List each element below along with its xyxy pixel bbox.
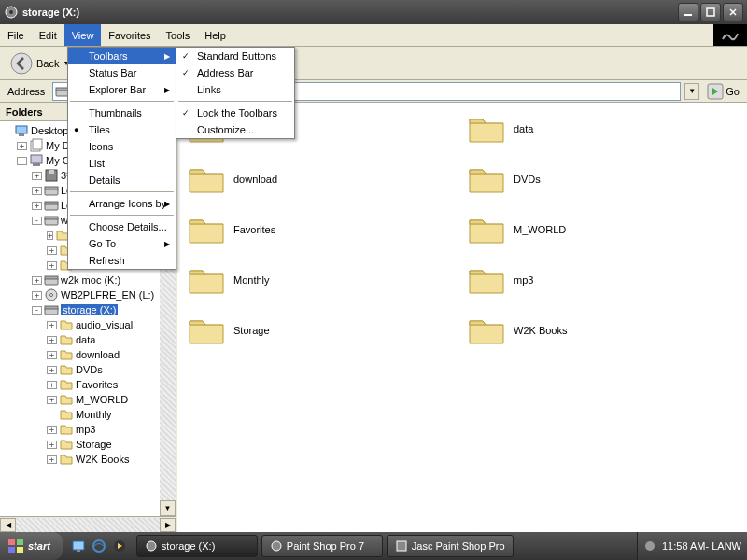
- tree-twisty[interactable]: +: [32, 187, 42, 195]
- tree-row[interactable]: +DVDs: [2, 362, 174, 377]
- svg-rect-27: [45, 217, 58, 219]
- folder-tile[interactable]: M_WORLD: [467, 213, 738, 246]
- tree-row[interactable]: +data: [2, 332, 174, 347]
- ql-media-icon[interactable]: [110, 536, 129, 556]
- tree-row[interactable]: +Favorites: [2, 377, 174, 392]
- folder-tile[interactable]: mp3: [467, 263, 738, 297]
- menu-item-details[interactable]: Details: [68, 172, 176, 189]
- tree-twisty[interactable]: +: [47, 246, 57, 255]
- tree-row[interactable]: +M_WORLD: [2, 392, 174, 407]
- back-button[interactable]: Back ▼: [4, 49, 76, 77]
- tree-row[interactable]: +mp3: [2, 422, 174, 437]
- menu-item-tiles[interactable]: ●Tiles: [68, 121, 176, 138]
- minimize-button[interactable]: [678, 3, 698, 21]
- menu-item-address-bar[interactable]: ✓Address Bar: [176, 64, 294, 81]
- scroll-left-icon[interactable]: ◀: [0, 518, 16, 532]
- tree-twisty[interactable]: +: [32, 172, 42, 180]
- content-pane[interactable]: audio_visualdatadownloadDVDsFavoritesM_W…: [177, 103, 747, 532]
- menu-item-go-to[interactable]: Go To▶: [68, 235, 176, 252]
- address-dropdown[interactable]: ▼: [684, 83, 699, 100]
- menu-item-links[interactable]: Links: [176, 81, 294, 98]
- menu-item-toolbars[interactable]: Toolbars▶: [68, 48, 176, 64]
- menu-separator: [70, 215, 174, 216]
- tree-twisty[interactable]: +: [47, 231, 53, 240]
- maximize-button[interactable]: [700, 3, 721, 21]
- menu-tools[interactable]: Tools: [159, 24, 198, 46]
- folder-name: Monthly: [233, 274, 270, 286]
- menu-item-standard-buttons[interactable]: ✓Standard Buttons: [176, 48, 294, 64]
- cd-icon: [44, 287, 59, 302]
- tree-label: storage (X:): [61, 304, 118, 315]
- ql-ie-icon[interactable]: [90, 536, 108, 556]
- folder-tile[interactable]: data: [467, 112, 738, 146]
- svg-rect-44: [397, 541, 406, 551]
- tree-twisty[interactable]: -: [17, 157, 27, 165]
- tree-twisty[interactable]: +: [47, 261, 57, 270]
- tree-row[interactable]: +Storage: [2, 437, 174, 452]
- tree-twisty[interactable]: +: [47, 455, 57, 464]
- menu-item-customize-[interactable]: Customize...: [176, 121, 294, 138]
- tree-row[interactable]: +download: [2, 347, 174, 362]
- scroll-right-icon[interactable]: ▶: [160, 518, 176, 532]
- folder-tile[interactable]: DVDs: [467, 162, 738, 196]
- tree-twisty[interactable]: -: [32, 217, 42, 225]
- submenu-arrow-icon: ▶: [164, 200, 170, 208]
- menu-item-status-bar[interactable]: Status Bar: [68, 64, 176, 81]
- taskbar-item-jasc[interactable]: Jasc Paint Shop Pro: [387, 535, 514, 557]
- menu-item-arrange-icons-by[interactable]: Arrange Icons by▶: [68, 195, 176, 212]
- svg-rect-35: [17, 539, 23, 545]
- tree-twisty[interactable]: +: [47, 321, 57, 329]
- close-button[interactable]: [723, 3, 743, 21]
- tree-row[interactable]: Monthly: [2, 407, 174, 422]
- tree-twisty[interactable]: +: [47, 396, 57, 404]
- menu-item-thumbnails[interactable]: Thumbnails: [68, 105, 176, 121]
- menu-favorites[interactable]: Favorites: [101, 24, 158, 46]
- menu-item-refresh[interactable]: Refresh: [68, 252, 176, 269]
- menubar: File Edit View Favorites Tools Help: [0, 24, 747, 47]
- menu-file[interactable]: File: [0, 24, 32, 46]
- ql-desktop-icon[interactable]: [69, 536, 88, 556]
- folder-tile[interactable]: Monthly: [187, 263, 458, 297]
- folder-name: W2K Books: [514, 325, 567, 336]
- submenu-arrow-icon: ▶: [164, 240, 170, 248]
- tree-row[interactable]: +W2K Books: [2, 452, 174, 467]
- tree-row[interactable]: +audio_visual: [2, 317, 174, 332]
- tree-twisty[interactable]: +: [32, 291, 42, 300]
- tree-row[interactable]: +WB2PLFRE_EN (L:): [2, 287, 174, 302]
- folder-tile[interactable]: W2K Books: [467, 314, 738, 347]
- svg-rect-38: [73, 541, 84, 550]
- tree-twisty[interactable]: -: [32, 306, 42, 315]
- check-icon: ✓: [182, 51, 190, 61]
- tray-icon[interactable]: [643, 539, 656, 553]
- menu-help[interactable]: Help: [197, 24, 233, 46]
- folder-tile[interactable]: Favorites: [187, 213, 458, 246]
- tree-twisty[interactable]: +: [47, 441, 57, 449]
- tree-twisty[interactable]: +: [47, 366, 57, 374]
- tree-twisty[interactable]: +: [17, 142, 27, 150]
- taskbar-item-storage[interactable]: storage (X:): [136, 535, 258, 557]
- tree-twisty[interactable]: +: [47, 426, 57, 434]
- tree-twisty[interactable]: +: [47, 351, 57, 359]
- menu-view[interactable]: View: [64, 24, 102, 46]
- go-button[interactable]: Go: [703, 83, 743, 100]
- scroll-down-icon[interactable]: ▼: [160, 500, 176, 516]
- folder-name: DVDs: [514, 174, 541, 185]
- tree-twisty[interactable]: +: [47, 336, 57, 344]
- folder-tile[interactable]: download: [187, 162, 458, 196]
- menu-item-lock-the-toolbars[interactable]: ✓Lock the Toolbars: [176, 105, 294, 121]
- menu-item-list[interactable]: List: [68, 155, 176, 172]
- menu-item-explorer-bar[interactable]: Explorer Bar▶: [68, 81, 176, 98]
- tree-hscrollbar[interactable]: ◀ ▶: [0, 516, 176, 532]
- tree-twisty[interactable]: +: [32, 202, 42, 210]
- tree-twisty[interactable]: +: [47, 381, 57, 389]
- menu-item-icons[interactable]: Icons: [68, 138, 176, 155]
- folder-tile[interactable]: Storage: [187, 314, 458, 347]
- menu-edit[interactable]: Edit: [32, 24, 64, 46]
- start-button[interactable]: start: [0, 532, 63, 560]
- tree-row[interactable]: +w2k moc (K:): [2, 273, 174, 287]
- tree-twisty[interactable]: +: [32, 276, 42, 285]
- taskbar-item-psp7[interactable]: Paint Shop Pro 7: [261, 535, 383, 557]
- svg-rect-3: [707, 8, 714, 16]
- menu-item-choose-details-[interactable]: Choose Details...: [68, 218, 176, 235]
- tree-row[interactable]: -storage (X:): [2, 302, 174, 317]
